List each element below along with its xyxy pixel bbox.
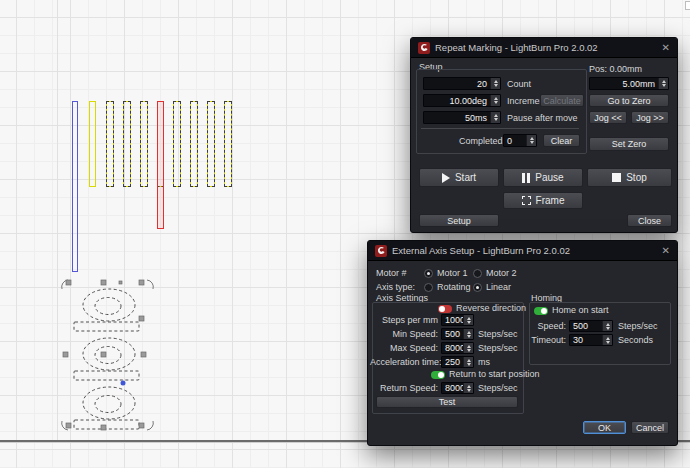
dashed-bar-shape[interactable]	[190, 101, 198, 187]
increment-value[interactable]: 10.00deg	[424, 96, 490, 106]
yellow-bar-shape[interactable]	[89, 101, 96, 187]
home-on-start-toggle[interactable]	[534, 307, 548, 315]
count-value[interactable]: 20	[424, 79, 490, 89]
spinner-up-icon[interactable]	[494, 80, 498, 83]
text-glyph-p[interactable]	[74, 387, 139, 429]
completed-spinner[interactable]: 0	[503, 134, 537, 147]
selection-handle[interactable]	[63, 280, 146, 430]
spinner-up-icon[interactable]	[662, 80, 666, 83]
increment-spinner[interactable]: 10.00deg	[423, 94, 501, 107]
spinner-up-icon[interactable]	[467, 359, 471, 362]
selected-text-object[interactable]	[55, 275, 160, 440]
cancel-button[interactable]: Cancel	[631, 421, 669, 434]
homing-speed-value[interactable]: 500	[570, 321, 602, 331]
pause-after-move-spinner[interactable]: 50ms	[423, 111, 501, 124]
spinner-up-icon[interactable]	[467, 385, 471, 388]
min-speed-spinner[interactable]: 500	[441, 328, 474, 340]
acceleration-spinner[interactable]: 250	[441, 356, 474, 368]
spinner-arrows[interactable]	[463, 329, 473, 339]
test-button[interactable]: Test	[376, 396, 518, 408]
spinner-arrows[interactable]	[658, 78, 668, 89]
steps-per-mm-value[interactable]: 1000.0	[442, 315, 463, 325]
timeout-spinner[interactable]: 30	[569, 334, 613, 346]
spinner-up-icon[interactable]	[467, 331, 471, 334]
homing-speed-spinner[interactable]: 500	[569, 320, 613, 332]
dashed-bar-shape[interactable]	[106, 101, 114, 187]
set-zero-button[interactable]: Set Zero	[589, 137, 669, 151]
pause-button[interactable]: Pause	[503, 168, 583, 187]
acceleration-value[interactable]: 250	[442, 357, 463, 367]
spinner-arrows[interactable]	[463, 383, 473, 393]
spinner-down-icon[interactable]	[606, 327, 610, 330]
reverse-direction-toggle[interactable]	[438, 305, 452, 313]
stop-button[interactable]: Stop	[587, 168, 672, 187]
repeat-marking-titlebar[interactable]: Repeat Marking - LightBurn Pro 2.0.02 ✕	[411, 38, 677, 58]
go-to-zero-button[interactable]: Go to Zero	[589, 94, 669, 107]
spinner-down-icon[interactable]	[494, 84, 498, 87]
spinner-down-icon[interactable]	[494, 118, 498, 121]
text-glyph-p[interactable]	[74, 338, 139, 380]
spinner-down-icon[interactable]	[494, 101, 498, 104]
text-glyph-p[interactable]	[74, 289, 139, 331]
blue-bar-shape[interactable]	[72, 101, 78, 272]
max-speed-value[interactable]: 8000	[442, 343, 463, 353]
spinner-up-icon[interactable]	[530, 137, 534, 140]
spinner-arrows[interactable]	[602, 321, 612, 331]
return-speed-value[interactable]: 8000	[442, 383, 463, 393]
spinner-arrows[interactable]	[463, 357, 473, 367]
motor2-radio[interactable]	[473, 269, 482, 278]
spinner-arrows[interactable]	[526, 135, 536, 146]
position-spinner[interactable]: 5.00mm	[589, 77, 669, 90]
timeout-value[interactable]: 30	[570, 335, 602, 345]
motor1-radio[interactable]	[424, 269, 433, 278]
setup-button[interactable]: Setup	[419, 214, 499, 227]
calculate-button[interactable]: Calculate	[540, 94, 584, 107]
spinner-up-icon[interactable]	[467, 317, 471, 320]
rotate-handle-icon[interactable]	[62, 280, 154, 430]
close-icon[interactable]: ✕	[662, 246, 670, 256]
spinner-arrows[interactable]	[490, 95, 500, 106]
ok-button[interactable]: OK	[583, 421, 626, 434]
frame-button[interactable]: Frame	[503, 192, 583, 209]
count-spinner[interactable]: 20	[423, 77, 501, 90]
dashed-bar-shape[interactable]	[207, 101, 215, 187]
spinner-arrows[interactable]	[490, 78, 500, 89]
close-icon[interactable]: ✕	[662, 43, 670, 53]
clear-button[interactable]: Clear	[543, 134, 580, 147]
return-speed-spinner[interactable]: 8000	[441, 382, 474, 394]
dashed-bar-shape[interactable]	[173, 101, 181, 187]
steps-per-mm-spinner[interactable]: 1000.0	[441, 314, 474, 326]
dashed-bar-shape[interactable]	[123, 101, 131, 187]
pause-after-move-value[interactable]: 50ms	[424, 113, 490, 123]
spinner-up-icon[interactable]	[606, 323, 610, 326]
start-button[interactable]: Start	[419, 168, 499, 187]
completed-value[interactable]: 0	[504, 136, 526, 146]
spinner-up-icon[interactable]	[494, 114, 498, 117]
spinner-arrows[interactable]	[602, 335, 612, 345]
jog-back-button[interactable]: Jog <<	[589, 111, 627, 124]
external-axis-titlebar[interactable]: External Axis Setup - LightBurn Pro 2.0.…	[368, 241, 677, 261]
spinner-down-icon[interactable]	[467, 321, 471, 324]
return-to-start-toggle[interactable]	[431, 371, 445, 379]
spinner-down-icon[interactable]	[467, 349, 471, 352]
spinner-down-icon[interactable]	[467, 335, 471, 338]
spinner-up-icon[interactable]	[606, 337, 610, 340]
spinner-arrows[interactable]	[463, 343, 473, 353]
spinner-up-icon[interactable]	[494, 97, 498, 100]
spinner-arrows[interactable]	[490, 112, 500, 123]
linear-radio[interactable]	[473, 283, 482, 292]
close-button[interactable]: Close	[627, 214, 672, 227]
jog-forward-button[interactable]: Jog >>	[631, 111, 669, 124]
spinner-down-icon[interactable]	[467, 389, 471, 392]
spinner-down-icon[interactable]	[467, 363, 471, 366]
spinner-arrows[interactable]	[463, 315, 473, 325]
dashed-bar-shape[interactable]	[224, 101, 232, 187]
dashed-bar-shape[interactable]	[140, 101, 148, 187]
spinner-down-icon[interactable]	[662, 84, 666, 87]
max-speed-spinner[interactable]: 8000	[441, 342, 474, 354]
spinner-down-icon[interactable]	[530, 141, 534, 144]
spinner-up-icon[interactable]	[467, 345, 471, 348]
rotating-radio[interactable]	[424, 283, 433, 292]
red-bar-shape[interactable]	[157, 101, 164, 229]
min-speed-value[interactable]: 500	[442, 329, 463, 339]
